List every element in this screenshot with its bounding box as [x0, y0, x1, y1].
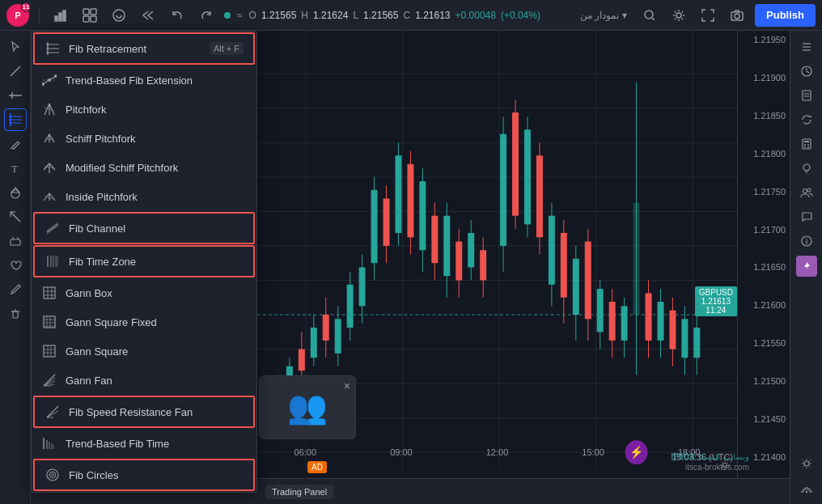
settings-button[interactable]: [667, 4, 690, 27]
time-label-1: 06:00: [294, 447, 317, 462]
fib-tool[interactable]: [4, 108, 27, 131]
line-tool[interactable]: [4, 60, 27, 83]
indicators-button[interactable]: [78, 4, 101, 27]
lightning-icon: [801, 260, 812, 272]
menu-item-gann-box[interactable]: Gann Box: [32, 278, 256, 307]
menu-item-fib-retracement[interactable]: Fib Retracement Alt + F: [33, 32, 255, 65]
usd-dropdown[interactable]: نمودار من ▾: [575, 6, 632, 24]
fib-icon: [9, 113, 22, 126]
fib-channel-icon: [44, 220, 61, 236]
cursor-icon: [9, 40, 22, 53]
price-1: 1.21950: [742, 35, 786, 44]
trash-tool[interactable]: [4, 303, 27, 325]
popup-close-button[interactable]: ×: [344, 379, 350, 392]
svg-text:T: T: [11, 163, 18, 175]
text-tool[interactable]: T: [4, 157, 27, 180]
favorite-tool[interactable]: [4, 254, 27, 277]
redo-button[interactable]: [195, 4, 218, 27]
high-label: H: [301, 10, 308, 21]
change-pct: (+0.04%): [501, 10, 540, 21]
time-label-3: 12:00: [486, 447, 509, 462]
menu-item-fib-channel[interactable]: Fib Channel: [33, 212, 255, 244]
menu-item-gann-sq[interactable]: Gann Square: [32, 337, 256, 366]
menu-item-inside-pf[interactable]: Inside Pitchfork: [32, 182, 256, 211]
calculator-btn[interactable]: [795, 133, 818, 155]
svg-rect-170: [803, 91, 811, 100]
menu-item-fib-time-zone[interactable]: Fib Time Zone: [33, 245, 255, 277]
menu-item-schiff[interactable]: Schiff Pitchfork: [32, 124, 256, 153]
watchlist-btn[interactable]: [795, 36, 818, 58]
alerts-btn[interactable]: [795, 60, 818, 83]
pencil-tool[interactable]: [4, 133, 27, 155]
notes-btn[interactable]: [795, 84, 818, 107]
fullscreen-button[interactable]: [697, 4, 719, 27]
fib-speed-fan-icon: [44, 404, 61, 420]
price-11: 1.21450: [742, 414, 786, 424]
low-value: 1.21565: [363, 10, 398, 21]
shapes-tool[interactable]: [4, 181, 27, 204]
fib-retracement-shortcut: Alt + F: [210, 42, 244, 55]
info-btn[interactable]: [795, 230, 818, 252]
tilde-symbol: ≈: [237, 10, 243, 21]
fib-channel-label: Fib Channel: [69, 222, 244, 235]
gann-box-icon: [41, 285, 57, 301]
gann-sq-fixed-icon: [41, 314, 57, 330]
svg-point-179: [803, 164, 810, 171]
svg-rect-144: [585, 242, 591, 320]
fast-back-button[interactable]: [137, 4, 159, 27]
top-toolbar: P 11 ≈ O 1.21565 H 1.21624 L 1.21565 C 1…: [0, 0, 822, 31]
chat-icon: [800, 210, 813, 223]
ideas-btn[interactable]: [795, 157, 818, 180]
open-value: 1.21565: [261, 10, 296, 21]
popup-icon: 👥: [287, 388, 328, 426]
zoom-tool[interactable]: [4, 230, 27, 252]
camera-button[interactable]: [726, 4, 748, 27]
menu-item-mod-schiff[interactable]: Modified Schiff Pitchfork: [32, 153, 256, 182]
screener-button[interactable]: [108, 4, 130, 27]
publish-button[interactable]: Publish: [755, 4, 816, 27]
brush-tool[interactable]: [4, 278, 27, 301]
cursor-tool[interactable]: [4, 36, 27, 58]
measure-tool[interactable]: [4, 205, 27, 228]
chart-type-button[interactable]: [49, 4, 72, 27]
gbpusd-symbol: GBPUSD: [699, 288, 733, 297]
svg-rect-126: [468, 233, 474, 268]
menu-item-fib-circles[interactable]: Fib Circles: [33, 459, 255, 491]
close-value: 1.21613: [415, 10, 450, 21]
svg-rect-140: [561, 233, 567, 298]
trading-panel-button[interactable]: Trading Panel: [265, 485, 333, 499]
refresh-icon: [800, 113, 813, 126]
menu-item-gann-sq-fixed[interactable]: Gann Square Fixed: [32, 307, 256, 337]
gann-sq-icon: [41, 343, 57, 359]
search-button[interactable]: [638, 4, 661, 27]
price-2: 1.21900: [742, 73, 786, 83]
refresh-btn[interactable]: [795, 108, 818, 131]
menu-item-fib-speed-fan[interactable]: Fib Speed Resistance Fan: [33, 396, 255, 428]
svg-rect-138: [549, 216, 555, 285]
mod-schiff-label: Modified Schiff Pitchfork: [66, 162, 247, 174]
gann-fan-label: Gann Fan: [66, 375, 247, 387]
menu-item-gann-fan[interactable]: Gann Fan: [32, 366, 256, 395]
chat-btn[interactable]: [795, 205, 818, 228]
chart-settings-icon[interactable]: [717, 457, 733, 473]
gann-sq-label: Gann Square: [66, 345, 247, 358]
menu-item-pitchfork[interactable]: Pitchfork: [32, 95, 256, 124]
settings-icon: [800, 457, 813, 470]
svg-rect-112: [383, 198, 390, 246]
undo-button[interactable]: [166, 4, 189, 27]
mod-schiff-icon: [41, 159, 57, 176]
logo[interactable]: P 11: [6, 4, 29, 27]
trend-fib-ext-icon: [41, 72, 57, 88]
horizontal-line-tool[interactable]: [4, 84, 27, 107]
chart-settings-btn[interactable]: [795, 452, 818, 475]
price-8: 1.21600: [742, 300, 786, 310]
community-btn[interactable]: [795, 181, 818, 204]
signal-btn[interactable]: [795, 476, 818, 499]
left-toolbar: T: [0, 31, 31, 504]
menu-item-trend-fib-ext[interactable]: Trend-Based Fib Extension: [32, 66, 256, 95]
lightning-btn[interactable]: [796, 256, 817, 277]
menu-item-trend-fib-time[interactable]: Trend-Based Fib Time: [32, 429, 256, 458]
gbpusd-price: 1.21613: [699, 297, 733, 306]
svg-point-184: [806, 238, 807, 239]
gbpusd-price-tag: GBPUSD 1.21613 11:24: [695, 286, 737, 316]
